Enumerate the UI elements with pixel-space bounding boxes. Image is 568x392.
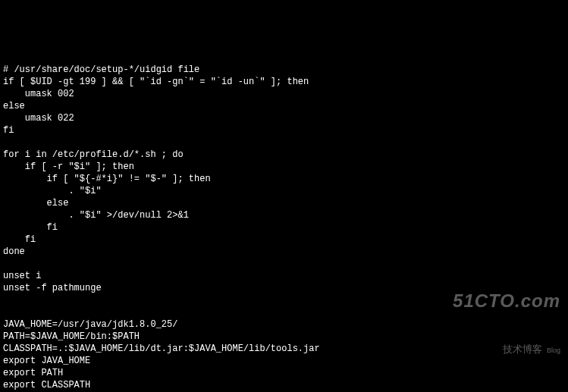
file-content-line: unset i [3, 271, 41, 281]
file-content-line: export CLASSPATH [3, 380, 90, 390]
file-content-line: JAVA_HOME=/usr/java/jdk1.8.0_25/ [3, 319, 177, 330]
file-content-line: # /usr/share/doc/setup-*/uidgid file [3, 64, 199, 75]
file-content-line: export JAVA_HOME [3, 356, 90, 366]
file-content-line: else [3, 198, 68, 209]
file-content-line: unset -f pathmunge [3, 283, 102, 293]
file-content-line: if [ "${-#*i}" != "$-" ]; then [3, 174, 211, 184]
file-content-line: for i in /etc/profile.d/*.sh ; do [3, 149, 184, 160]
file-content-line: . "$i" >/dev/null 2>&1 [3, 210, 189, 221]
file-content-line: if [ $UID -gt 199 ] && [ "`id -gn`" = "`… [3, 77, 309, 87]
file-content-line: PATH=$JAVA_HOME/bin:$PATH [3, 331, 140, 342]
file-content-line: if [ -r "$i" ]; then [3, 162, 134, 172]
file-content-line: done [3, 246, 25, 257]
file-content-line: export PATH [3, 368, 63, 378]
file-content-line: . "$i" [3, 186, 102, 196]
file-content-line: else [3, 101, 25, 111]
file-content-line: umask 002 [3, 89, 74, 99]
file-content-line: CLASSPATH=.:$JAVA_HOME/lib/dt.jar:$JAVA_… [3, 343, 320, 354]
file-content-line: umask 022 [3, 113, 74, 124]
terminal-output: # /usr/share/doc/setup-*/uidgid file if … [3, 52, 565, 392]
file-content-line: fi [3, 222, 58, 233]
file-content-line: fi [3, 234, 36, 245]
file-content-line: fi [3, 125, 14, 136]
